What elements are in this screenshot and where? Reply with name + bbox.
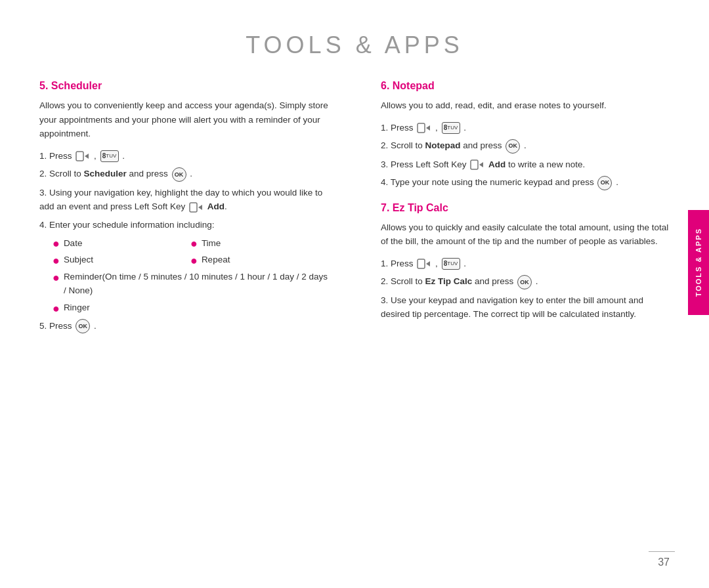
key-8-icon-e1: 8TUV bbox=[442, 258, 460, 270]
side-tab: TOOLS & APPS bbox=[688, 210, 709, 315]
ez-tip-calc-title: 7. Ez Tip Calc bbox=[381, 202, 670, 214]
press-label-s1: Press bbox=[49, 151, 72, 161]
page-divider bbox=[649, 551, 675, 552]
svg-rect-4 bbox=[418, 123, 425, 133]
scheduler-step-3: 3. Using your navigation key, highlight … bbox=[39, 186, 328, 214]
menu-key-icon-n1 bbox=[417, 122, 431, 134]
add-label-s3: Add bbox=[207, 201, 225, 211]
bullet-repeat: ● Repeat bbox=[190, 253, 328, 267]
svg-marker-3 bbox=[198, 205, 202, 210]
scheduler-description: Allows you to conveniently keep and acce… bbox=[39, 98, 328, 141]
svg-marker-1 bbox=[85, 154, 89, 159]
svg-marker-5 bbox=[426, 125, 430, 131]
page-number: 37 bbox=[658, 556, 670, 568]
menu-key-icon-s3 bbox=[189, 201, 204, 213]
ez-tip-calc-bold: Ez Tip Calc bbox=[425, 276, 473, 286]
notepad-title: 6. Notepad bbox=[381, 80, 670, 92]
key-8-icon-s1: 8TUV bbox=[100, 150, 119, 162]
notepad-step-2: 2. Scroll to Notepad and press OK . bbox=[381, 138, 670, 153]
svg-rect-2 bbox=[190, 203, 197, 212]
right-column: 6. Notepad Allows you to add, read, edit… bbox=[368, 80, 670, 337]
scheduler-step-5: 5. Press OK . bbox=[39, 319, 328, 333]
notepad-step-4: 4. Type your note using the numeric keyp… bbox=[381, 175, 670, 190]
add-label-n3: Add bbox=[488, 159, 505, 169]
bullet-reminder: ● Reminder(On time / 5 minutes / 10 minu… bbox=[53, 270, 328, 298]
notepad-step-1: 1. Press , 8TUV . bbox=[381, 121, 670, 135]
key-8-icon-n1: 8TUV bbox=[442, 122, 460, 134]
scheduler-step-1: 1. Press , 8TUV . bbox=[39, 149, 328, 163]
bullet-date: ● Date bbox=[53, 236, 190, 251]
scheduler-bullet-list: ● Date ● Time ● Subject ● Repeat bbox=[53, 236, 328, 315]
content-area: 5. Scheduler Allows you to conveniently … bbox=[0, 80, 709, 337]
svg-rect-6 bbox=[471, 160, 478, 169]
scheduler-step-2: 2. Scroll to Scheduler and press OK . bbox=[39, 167, 328, 181]
svg-rect-8 bbox=[418, 259, 425, 268]
svg-marker-9 bbox=[426, 261, 430, 266]
notepad-bold: Notepad bbox=[425, 140, 461, 150]
bullet-ringer: ● Ringer bbox=[53, 301, 328, 315]
side-tab-text: TOOLS & APPS bbox=[695, 228, 702, 297]
menu-key-icon-s1 bbox=[75, 150, 90, 162]
notepad-description: Allows you to add, read, edit, and erase… bbox=[381, 98, 670, 113]
ok-key-e2: OK bbox=[517, 275, 532, 289]
menu-key-icon-n3 bbox=[470, 159, 484, 171]
svg-rect-0 bbox=[76, 152, 83, 161]
scheduler-bold: Scheduler bbox=[84, 169, 127, 178]
ez-tip-step-2: 2. Scroll to Ez Tip Calc and press OK . bbox=[381, 274, 670, 289]
ok-key-n4: OK bbox=[597, 176, 612, 190]
scheduler-title: 5. Scheduler bbox=[39, 80, 328, 92]
ok-key-s5: OK bbox=[75, 319, 90, 333]
menu-key-icon-e1 bbox=[417, 258, 431, 270]
ok-key-s2: OK bbox=[172, 167, 186, 182]
bullet-row-2: ● Subject ● Repeat bbox=[53, 253, 328, 267]
bullet-subject: ● Subject bbox=[53, 253, 190, 267]
ez-tip-calc-description: Allows you to quickly and easily calcula… bbox=[381, 220, 670, 249]
svg-marker-7 bbox=[479, 162, 483, 167]
notepad-step-3: 3. Press Left Soft Key Add to write a ne… bbox=[381, 158, 670, 172]
bullet-time: ● Time bbox=[190, 236, 328, 251]
ez-tip-step-3: 3. Use your keypad and navigation key to… bbox=[381, 293, 670, 322]
bullet-row-1: ● Date ● Time bbox=[53, 236, 328, 251]
page-title: TOOLS & APPS bbox=[0, 0, 709, 80]
ez-tip-step-1: 1. Press , 8TUV . bbox=[381, 257, 670, 271]
left-column: 5. Scheduler Allows you to conveniently … bbox=[39, 80, 341, 337]
ok-key-n2: OK bbox=[505, 139, 520, 154]
scheduler-step-4: 4. Enter your schedule information inclu… bbox=[39, 218, 328, 232]
